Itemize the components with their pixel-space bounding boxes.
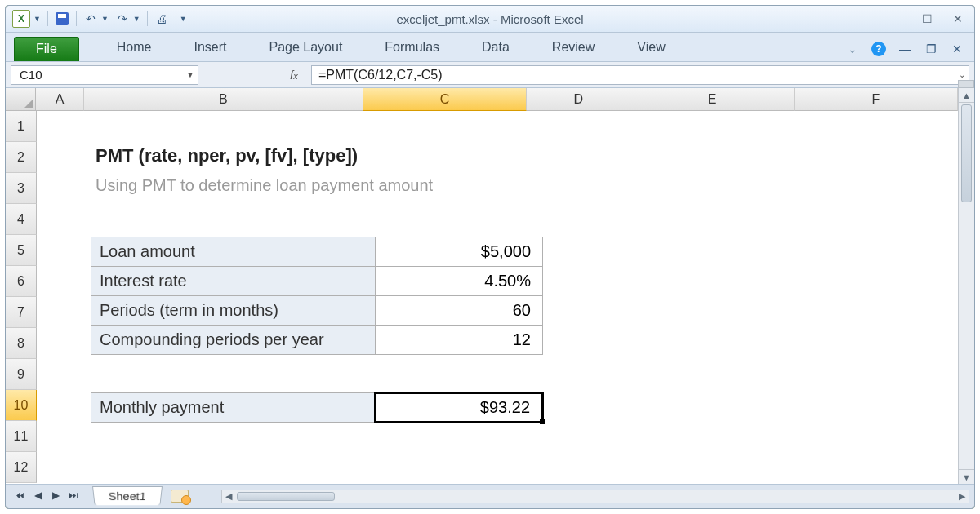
row-header-3[interactable]: 3 <box>6 173 37 204</box>
ribbon-minimize-caret-icon[interactable]: ⌄ <box>845 42 860 56</box>
formula-text: =PMT(C6/12,C7,-C5) <box>318 68 443 82</box>
row-header-1[interactable]: 1 <box>6 111 37 142</box>
table-row: Compounding periods per year12 <box>91 326 543 355</box>
qat-customize-caret-icon[interactable]: ▼ <box>180 15 187 23</box>
sheet-nav-prev-button[interactable]: ◀ <box>30 488 45 503</box>
undo-caret-icon[interactable]: ▼ <box>101 15 109 23</box>
cell-b2-title[interactable]: PMT (rate, nper, pv, [fv], [type]) <box>96 145 358 166</box>
formula-bar: C10 ▼ ✕ fx =PMT(C6/12,C7,-C5) ⌄ <box>6 62 974 88</box>
row-header-9[interactable]: 9 <box>6 359 37 390</box>
cell-c6[interactable]: 4.50% <box>376 267 543 296</box>
column-header-f[interactable]: F <box>795 88 958 111</box>
row-header-2[interactable]: 2 <box>6 142 37 173</box>
app-menu-caret-icon[interactable]: ▼ <box>33 15 41 23</box>
vertical-scroll-thumb[interactable] <box>961 104 972 202</box>
row-header-10[interactable]: 10 <box>6 390 37 421</box>
excel-logo-icon[interactable]: X <box>12 10 30 28</box>
scroll-up-arrow-icon[interactable]: ▲ <box>959 88 974 103</box>
workbook-minimize-button[interactable]: — <box>898 42 912 56</box>
horizontal-scrollbar[interactable]: ◀ ▶ <box>221 490 969 503</box>
floppy-disk-icon <box>56 12 69 25</box>
fx-icon[interactable]: fx <box>290 68 306 82</box>
result-table: Monthly payment $93.22 <box>91 392 544 423</box>
row-header-4[interactable]: 4 <box>6 204 37 235</box>
cell-b10[interactable]: Monthly payment <box>91 393 376 423</box>
cell-c5[interactable]: $5,000 <box>376 237 543 267</box>
table-row: Interest rate4.50% <box>91 267 543 296</box>
scroll-down-arrow-icon[interactable]: ▼ <box>959 469 974 484</box>
horizontal-scroll-thumb[interactable] <box>237 492 335 501</box>
row-header-11[interactable]: 11 <box>6 421 37 452</box>
cell-b6[interactable]: Interest rate <box>91 267 376 296</box>
tab-review[interactable]: Review <box>531 35 616 61</box>
print-button[interactable]: 🖨 <box>154 11 169 26</box>
ribbon-tab-strip: File Home Insert Page Layout Formulas Da… <box>6 33 974 62</box>
undo-button[interactable]: ↶ <box>83 11 98 26</box>
name-box[interactable]: C10 ▼ <box>11 65 198 85</box>
row-header-7[interactable]: 7 <box>6 297 37 328</box>
row-header-8[interactable]: 8 <box>6 328 37 359</box>
name-box-value: C10 <box>20 68 42 82</box>
tab-home[interactable]: Home <box>96 35 173 61</box>
split-handle[interactable] <box>958 80 974 88</box>
tab-insert[interactable]: Insert <box>172 35 247 61</box>
column-header-d[interactable]: D <box>527 88 630 111</box>
row-header-5[interactable]: 5 <box>6 235 37 266</box>
table-row: Monthly payment $93.22 <box>91 393 543 423</box>
column-header-b[interactable]: B <box>84 88 363 111</box>
tab-view[interactable]: View <box>616 35 686 61</box>
name-box-dropdown-icon[interactable]: ▼ <box>186 70 194 79</box>
cell-c7[interactable]: 60 <box>376 296 543 326</box>
select-all-corner[interactable] <box>6 88 36 111</box>
cell-b7[interactable]: Periods (term in months) <box>91 296 376 326</box>
sheet-nav-next-button[interactable]: ▶ <box>48 488 63 503</box>
column-header-e[interactable]: E <box>630 88 794 111</box>
redo-caret-icon[interactable]: ▼ <box>133 15 140 23</box>
spreadsheet-grid[interactable]: ABCDEF 123456789101112 PMT (rate, nper, … <box>6 88 958 484</box>
cell-c10-selected[interactable]: $93.22 <box>376 393 543 423</box>
column-header-a[interactable]: A <box>36 88 84 111</box>
scroll-right-arrow-icon[interactable]: ▶ <box>956 490 969 503</box>
new-sheet-button[interactable] <box>171 490 189 503</box>
title-bar: X ▼ ↶ ▼ ↷ ▼ 🖨 ▼ exceljet_pmt.xlsx - Micr… <box>6 6 974 33</box>
row-header-6[interactable]: 6 <box>6 266 37 297</box>
tab-formulas[interactable]: Formulas <box>363 35 461 61</box>
table-row: Loan amount$5,000 <box>91 237 543 267</box>
formula-input[interactable]: =PMT(C6/12,C7,-C5) ⌄ <box>311 65 969 85</box>
close-button[interactable]: ✕ <box>950 12 966 25</box>
cell-c8[interactable]: 12 <box>376 326 543 355</box>
save-button[interactable] <box>55 11 69 26</box>
table-row: Periods (term in months)60 <box>91 296 543 326</box>
sheet-tab-bar: ⏮ ◀ ▶ ⏭ Sheet1 ◀ ▶ <box>6 484 974 508</box>
sheet-nav-first-button[interactable]: ⏮ <box>12 488 27 503</box>
vertical-scrollbar[interactable]: ▲ ▼ <box>958 88 974 484</box>
tab-page-layout[interactable]: Page Layout <box>247 35 363 61</box>
sheet-tab-sheet1[interactable]: Sheet1 <box>92 486 163 505</box>
file-tab[interactable]: File <box>14 37 79 61</box>
tab-data[interactable]: Data <box>461 35 531 61</box>
maximize-button[interactable]: ☐ <box>919 12 935 25</box>
redo-button[interactable]: ↷ <box>115 11 130 26</box>
formula-expand-icon[interactable]: ⌄ <box>959 70 965 79</box>
sheet-nav-last-button[interactable]: ⏭ <box>66 488 81 503</box>
row-header-12[interactable]: 12 <box>6 452 37 483</box>
scroll-left-arrow-icon[interactable]: ◀ <box>222 490 235 503</box>
quick-access-toolbar: X ▼ ↶ ▼ ↷ ▼ 🖨 ▼ <box>6 10 187 28</box>
cell-b5[interactable]: Loan amount <box>91 237 376 267</box>
column-header-c[interactable]: C <box>363 88 527 111</box>
workbook-restore-button[interactable]: ❐ <box>924 42 938 56</box>
minimize-button[interactable]: — <box>888 12 904 25</box>
cell-b8[interactable]: Compounding periods per year <box>91 326 376 355</box>
help-icon[interactable]: ? <box>871 42 886 56</box>
workbook-close-button[interactable]: ✕ <box>950 42 964 56</box>
loan-parameters-table: Loan amount$5,000 Interest rate4.50% Per… <box>91 237 543 355</box>
cell-b3-subtitle[interactable]: Using PMT to determine loan payment amou… <box>96 176 433 195</box>
